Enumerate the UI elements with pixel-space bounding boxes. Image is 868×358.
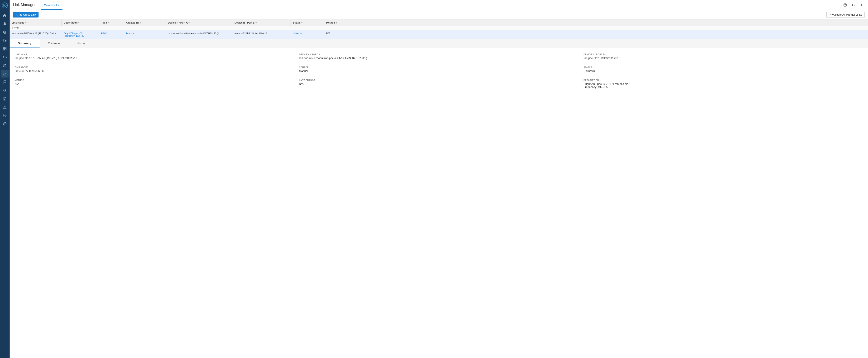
validate-all-button[interactable]: ✓ Validate All Manual Links xyxy=(826,12,865,18)
device-a-value: ron-poc-ols-1-roadm/ron-poc-ols-1/1/CHAN… xyxy=(299,57,579,60)
sort-icon: ▾ xyxy=(188,22,189,24)
table-header: Link Name ▾ Description ▾ Type ▾ Created… xyxy=(9,20,868,26)
svg-point-19 xyxy=(3,114,6,117)
device-b-label: DEVICE B / PORT B xyxy=(584,53,863,56)
nav-db-icon[interactable] xyxy=(1,28,8,36)
status-value: Unknown xyxy=(584,69,863,72)
detail-panel: Summary Evidence History LINK NAME ron-p… xyxy=(9,39,868,358)
svg-rect-9 xyxy=(3,47,5,49)
last-change-label: LAST CHANGE xyxy=(299,79,579,82)
method-label: METHOD xyxy=(14,79,294,82)
svg-rect-12 xyxy=(5,49,6,50)
evidence-tab[interactable]: Evidence xyxy=(39,39,68,48)
description-label: DESCRIPTION xyxy=(584,79,863,82)
nav-network-icon[interactable] xyxy=(1,37,8,44)
device-a-col-header[interactable]: Device A / Port A ▾ xyxy=(166,20,232,26)
svg-rect-11 xyxy=(3,49,5,50)
help-icon[interactable] xyxy=(842,2,848,8)
device-b-value: ron-poc-8201-1/Optics0/0/0/10 xyxy=(584,57,863,60)
device-b-field: DEVICE B / PORT B ron-poc-8201-1/Optics0… xyxy=(584,53,863,60)
row-created-by[interactable]: Manual xyxy=(124,30,166,39)
svg-point-26 xyxy=(861,4,862,5)
link-name-field: LINK NAME ron-poc-ols-1/1/CHAN 46 (192.7… xyxy=(14,53,294,60)
device-b-col-header[interactable]: Device B / Port B ▾ xyxy=(232,20,291,26)
summary-tab[interactable]: Summary xyxy=(9,39,39,48)
source-field: SOURCE Manual xyxy=(299,66,579,72)
table-area: Link Name ▾ Description ▾ Type ▾ Created… xyxy=(9,20,868,39)
nav-grid-icon[interactable] xyxy=(1,45,8,53)
page-title: Link Manager xyxy=(13,3,36,7)
app-logo[interactable] xyxy=(1,2,8,9)
method-value: N/A xyxy=(14,82,294,85)
sort-icon: ▾ xyxy=(255,22,256,24)
link-name-label: LINK NAME xyxy=(14,53,294,56)
description-value: Bright ZR+ poc-8201-1 to ron-poc-ols-1 F… xyxy=(584,82,863,89)
add-cross-link-button[interactable]: + Add Cross Link xyxy=(13,12,38,18)
tab-cross-links[interactable]: Cross Links xyxy=(41,4,62,10)
status-label: STATUS xyxy=(584,66,863,68)
nav-addon-icon[interactable] xyxy=(1,120,8,127)
status-col-header[interactable]: Status ▾ xyxy=(291,20,324,26)
nav-home-icon[interactable] xyxy=(1,12,8,19)
summary-grid: LINK NAME ron-poc-ols-1/1/CHAN 46 (192.7… xyxy=(14,53,863,89)
detail-tabs: Summary Evidence History xyxy=(9,39,868,48)
nav-flag-icon[interactable] xyxy=(1,78,8,86)
row-description: Bright ZR+ poc-82... Frequency: 192.725 xyxy=(62,30,99,39)
sort-icon: ▾ xyxy=(336,22,337,24)
nav-user-icon[interactable] xyxy=(1,20,8,28)
sort-icon: ▾ xyxy=(78,22,79,24)
link-name-value: ron-poc-ols-1/1/CHAN 46 (192.725) / Opti… xyxy=(14,57,294,60)
time-added-field: TIME ADDED 2024-03-27 03:15:26 EDT xyxy=(14,66,294,72)
row-type[interactable]: NMC xyxy=(99,30,124,39)
header-tabs: Cross Links xyxy=(41,0,62,10)
link-name-col-header[interactable]: Link Name ▾ xyxy=(9,20,62,26)
method-col-header[interactable]: Method ▾ xyxy=(324,20,349,26)
row-device-a: ron-poc-ols-1-roadm / ron-poc-ols-1/1/CH… xyxy=(166,30,232,39)
row-status[interactable]: Unknown xyxy=(291,30,324,39)
created-by-col-header[interactable]: Created By ▾ xyxy=(124,20,166,26)
nav-disk-icon[interactable] xyxy=(1,112,8,119)
time-added-value: 2024-03-27 03:15:26 EDT xyxy=(14,69,294,72)
sort-icon: ▾ xyxy=(301,22,302,24)
history-tab[interactable]: History xyxy=(68,39,94,48)
nav-document-icon[interactable] xyxy=(1,95,8,102)
sidebar xyxy=(0,0,9,358)
summary-content: LINK NAME ron-poc-ols-1/1/CHAN 46 (192.7… xyxy=(9,48,868,358)
main-content: Link Manager Cross Links xyxy=(9,0,868,358)
method-field: METHOD N/A xyxy=(14,79,294,89)
svg-point-4 xyxy=(4,31,6,32)
toolbar: + Add Cross Link ✓ Validate All Manual L… xyxy=(9,10,868,20)
svg-point-6 xyxy=(4,40,6,41)
nav-chart-icon[interactable] xyxy=(1,70,8,78)
sort-icon: ▾ xyxy=(108,22,109,24)
header: Link Manager Cross Links xyxy=(9,0,868,10)
table-row[interactable]: ron-poc-ols-1/1/CHAN 46 (192.725) / Opti… xyxy=(9,30,868,39)
row-desc-line1[interactable]: Bright ZR+ poc-82... xyxy=(64,32,97,35)
device-a-field: DEVICE A / PORT A ron-poc-ols-1-roadm/ro… xyxy=(299,53,579,60)
type-col-header[interactable]: Type ▾ xyxy=(99,20,124,26)
svg-point-2 xyxy=(4,5,5,6)
nav-search-icon[interactable] xyxy=(1,87,8,94)
row-device-b: ron-poc-8201-1 / Optics0/0/0/10 xyxy=(232,30,291,39)
nav-layers-icon[interactable] xyxy=(1,62,8,69)
row-method: N/A xyxy=(324,30,349,39)
refresh-icon[interactable] xyxy=(850,2,856,8)
settings-icon[interactable] xyxy=(859,2,865,8)
svg-point-20 xyxy=(4,115,5,116)
svg-line-15 xyxy=(5,91,6,92)
svg-point-14 xyxy=(4,89,6,91)
last-change-value: N/A xyxy=(299,82,579,85)
source-label: SOURCE xyxy=(299,66,579,68)
row-link-name: ron-poc-ols-1/1/CHAN 46 (192.725) / Opti… xyxy=(9,30,62,39)
nav-cloud-icon[interactable] xyxy=(1,53,8,61)
svg-rect-10 xyxy=(5,47,6,49)
svg-point-3 xyxy=(4,22,6,24)
time-added-label: TIME ADDED xyxy=(14,66,294,68)
row-desc-line2[interactable]: Frequency: 192.725 xyxy=(64,35,97,37)
description-field: DESCRIPTION Bright ZR+ poc-8201-1 to ron… xyxy=(584,79,863,89)
header-actions xyxy=(842,2,865,8)
description-col-header[interactable]: Description ▾ xyxy=(62,20,99,26)
sort-icon: ▾ xyxy=(25,22,26,24)
nav-triangle-icon[interactable] xyxy=(1,103,8,111)
status-field: STATUS Unknown xyxy=(584,66,863,72)
